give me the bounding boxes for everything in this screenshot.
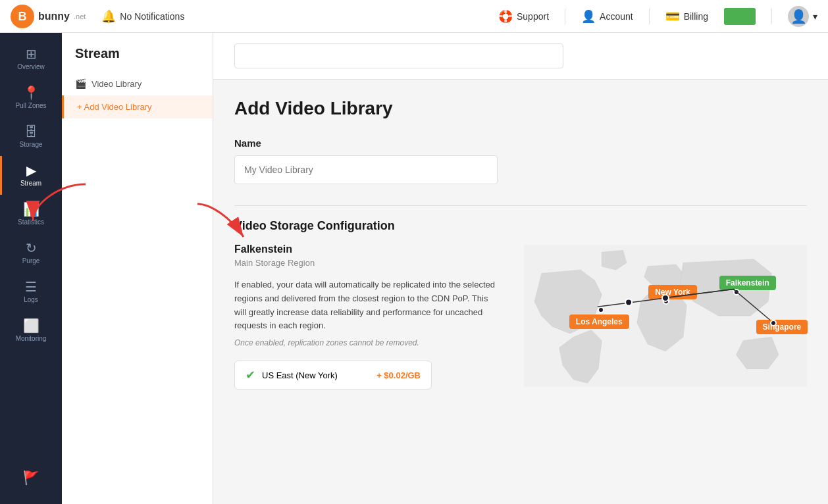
sidebar-item-flag[interactable]: 🚩: [0, 462, 62, 493]
search-area: [213, 33, 828, 80]
name-input[interactable]: [234, 155, 498, 184]
sidebar-item-storage[interactable]: 🗄 Storage: [0, 117, 62, 156]
flag-icon: 🚩: [23, 470, 39, 486]
region-sub: Main Storage Region: [234, 258, 498, 268]
name-form-section: Name: [234, 138, 807, 184]
support-icon: 🛟: [498, 9, 513, 24]
billing-icon: 💳: [665, 9, 680, 24]
left-navigation: ⊞ Overview 📍 Pull Zones 🗄 Storage ▶ Stre…: [0, 33, 62, 504]
world-map-container: New York Falkenstein Los Angeles Singapo…: [524, 243, 807, 391]
name-label: Name: [234, 138, 807, 149]
search-input[interactable]: [234, 43, 563, 68]
storage-info: Falkenstein Main Storage Region If enabl…: [234, 243, 498, 390]
chevron-down-icon: ▾: [813, 11, 817, 22]
billing-balance: [724, 8, 756, 25]
sidebar-add-video-library[interactable]: + Add Video Library: [62, 95, 213, 118]
account-button[interactable]: 👤 Account: [581, 9, 633, 24]
map-lines: [524, 243, 807, 391]
region-name: Falkenstein: [234, 243, 498, 255]
top-navigation: B bunny.net 🔔 No Notifications 🛟 Support…: [0, 0, 828, 33]
add-video-library-label: + Add Video Library: [77, 102, 152, 112]
map-label-new-york: New York: [648, 285, 697, 299]
sidebar-video-library-label: Video Library: [91, 79, 142, 89]
pull-zones-icon: 📍: [23, 86, 39, 99]
map-dot-new-york: [663, 298, 669, 305]
logo[interactable]: B bunny.net: [11, 5, 86, 28]
statistics-icon: 📊: [23, 203, 39, 216]
nav-divider-1: [565, 9, 565, 24]
sidebar-item-stream[interactable]: ▶ Stream: [0, 156, 62, 195]
sidebar-item-purge-label: Purge: [22, 257, 40, 265]
region-note: Once enabled, replication zones cannot b…: [234, 338, 498, 347]
logo-suffix: .net: [74, 13, 86, 20]
storage-layout: Falkenstein Main Storage Region If enabl…: [234, 243, 807, 391]
sidebar-item-storage-label: Storage: [19, 141, 42, 148]
account-icon: 👤: [581, 9, 596, 24]
section-divider: [234, 205, 807, 206]
video-library-icon: 🎬: [75, 78, 86, 89]
sidebar-item-purge[interactable]: ↻ Purge: [0, 234, 62, 272]
map-overlay: New York Falkenstein Los Angeles Singapo…: [524, 243, 807, 391]
avatar: 👤: [788, 6, 809, 27]
sidebar-item-stream-label: Stream: [20, 180, 41, 187]
purge-icon: ↻: [26, 241, 37, 255]
sidebar-item-statistics[interactable]: 📊 Statistics: [0, 195, 62, 234]
stream-sidebar: Stream 🎬 Video Library + Add Video Libra…: [62, 33, 213, 504]
support-button[interactable]: 🛟 Support: [498, 9, 549, 24]
sidebar-item-pull-zones-label: Pull Zones: [15, 102, 46, 109]
map-label-falkenstein: Falkenstein: [719, 276, 776, 290]
billing-label: Billing: [684, 11, 708, 22]
sidebar-item-pull-zones[interactable]: 📍 Pull Zones: [0, 78, 62, 117]
region-desc: If enabled, your data will automatically…: [234, 278, 498, 333]
logo-text: bunny: [38, 11, 70, 22]
bell-icon: 🔔: [101, 9, 116, 24]
sidebar-title: Stream: [62, 46, 213, 72]
sidebar-item-overview-label: Overview: [17, 63, 45, 70]
notifications-button[interactable]: 🔔 No Notifications: [101, 9, 184, 24]
sidebar-item-monitoring[interactable]: ⬜ Monitoring: [0, 311, 62, 350]
logo-icon: B: [11, 5, 34, 28]
support-label: Support: [517, 11, 549, 22]
overview-icon: ⊞: [26, 47, 37, 61]
page-title: Add Video Library: [234, 98, 807, 119]
nav-divider-3: [771, 9, 772, 24]
storage-icon: 🗄: [24, 125, 38, 138]
page-body: Add Video Library Name Video Storage Con…: [213, 80, 828, 409]
monitoring-icon: ⬜: [23, 319, 39, 332]
svg-text:B: B: [18, 10, 27, 23]
region-option-label: US East (New York): [262, 370, 338, 380]
nav-divider-2: [649, 9, 650, 24]
sidebar-item-statistics-label: Statistics: [18, 218, 44, 226]
sidebar-item-overview[interactable]: ⊞ Overview: [0, 39, 62, 78]
account-label: Account: [600, 11, 633, 22]
check-icon: ✔: [246, 368, 255, 382]
map-label-los-angeles: Los Angeles: [569, 315, 629, 329]
sidebar-video-library[interactable]: 🎬 Video Library: [62, 72, 213, 95]
map-label-singapore: Singapore: [756, 320, 808, 334]
sidebar-item-logs[interactable]: ☰ Logs: [0, 272, 62, 311]
region-option-us-east[interactable]: ✔ US East (New York) + $0.02/GB: [234, 361, 432, 390]
storage-config-section: Video Storage Configuration Falkenstein …: [234, 219, 807, 391]
map-dot-falkenstein: [733, 289, 740, 295]
stream-icon: ▶: [26, 164, 36, 177]
billing-button[interactable]: 💳 Billing: [665, 9, 708, 24]
storage-config-title: Video Storage Configuration: [234, 219, 807, 233]
user-menu-button[interactable]: 👤 ▾: [788, 6, 817, 27]
main-content: Add Video Library Name Video Storage Con…: [213, 33, 828, 504]
region-option-price: + $0.02/GB: [376, 370, 421, 380]
svg-point-7: [625, 299, 632, 306]
notifications-label: No Notifications: [120, 11, 184, 22]
map-dot-los-angeles: [598, 307, 604, 313]
logs-icon: ☰: [25, 280, 37, 293]
sidebar-item-logs-label: Logs: [24, 296, 38, 303]
sidebar-item-monitoring-label: Monitoring: [16, 335, 47, 342]
